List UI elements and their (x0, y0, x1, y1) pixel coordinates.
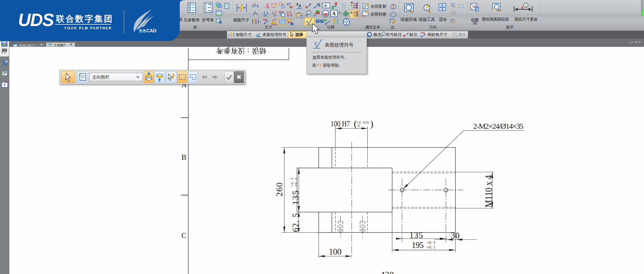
svg-text:62. 5: 62. 5 (291, 213, 300, 232)
svg-text:B: B (181, 153, 186, 161)
svg-text:错误：没有参考: 错误：没有参考 (216, 47, 266, 55)
svg-text:C: C (181, 231, 186, 239)
svg-text:135: 135 (290, 190, 300, 205)
svg-text:260: 260 (274, 182, 284, 196)
svg-text:30: 30 (451, 231, 460, 240)
svg-text:+0. 1: +0. 1 (427, 245, 435, 249)
svg-text:+0. 1: +0. 1 (294, 178, 298, 187)
svg-text:135: 135 (409, 230, 423, 240)
svg-text:M110 x 4: M110 x 4 (483, 175, 494, 207)
svg-text:+0. 3: +0. 3 (427, 241, 435, 245)
svg-text:2-M2×24/Ø14×35: 2-M2×24/Ø14×35 (473, 122, 523, 130)
svg-text:100 H7: 100 H7 (330, 119, 350, 128)
svg-text:+0. 3: +0. 3 (290, 178, 294, 187)
svg-text:0: 0 (358, 124, 360, 128)
svg-text:195: 195 (412, 240, 424, 250)
svg-text:): ) (370, 119, 373, 129)
svg-text:420: 420 (380, 270, 394, 274)
svg-text:100: 100 (329, 247, 341, 256)
